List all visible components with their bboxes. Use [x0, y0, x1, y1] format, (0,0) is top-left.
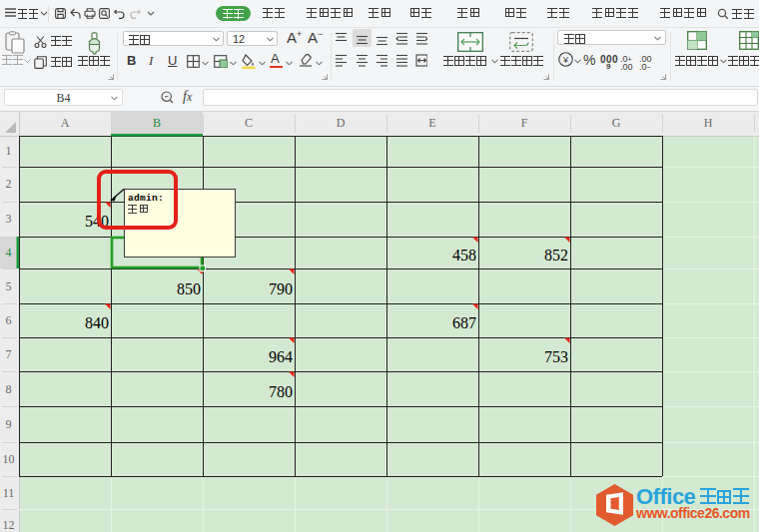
svg-text:¥: ¥	[562, 55, 569, 65]
